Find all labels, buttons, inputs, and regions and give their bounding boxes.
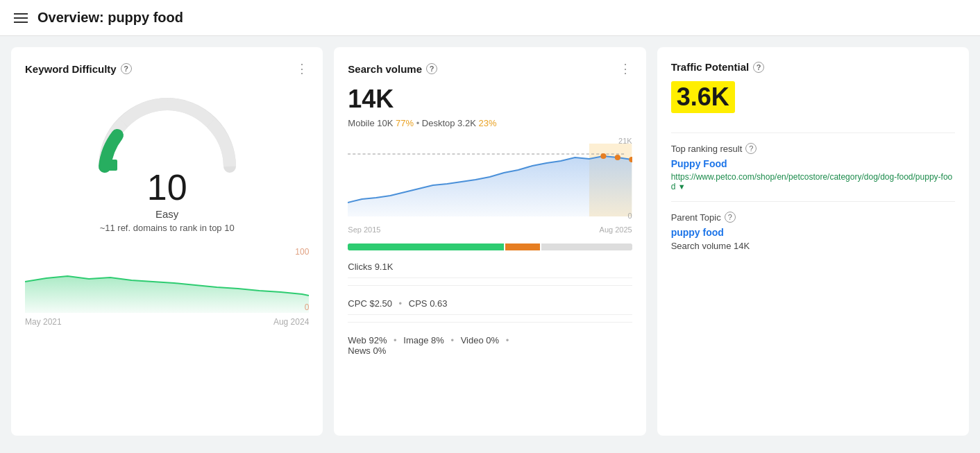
tp-card-header: Traffic Potential ? [671,61,955,73]
tp-title: Traffic Potential ? [671,61,765,73]
sv-image-value: 8% [431,335,444,345]
sv-clicks-label: Clicks [348,262,372,272]
gauge-value: 10 [147,166,187,208]
tp-top-ranking-label: Top ranking result ? [671,143,955,154]
tp-ranking-title[interactable]: Puppy Food [671,158,955,169]
tp-top-ranking-help-icon[interactable]: ? [745,143,757,154]
tp-value-container: 3.6K [671,81,735,113]
page-header: Overview: puppy food [0,0,980,36]
kd-chart-end-label: Aug 2024 [273,317,309,327]
sv-web-value: 92% [369,335,387,345]
sv-news-value: 0% [373,345,386,356]
sv-cps-value: 0.63 [430,298,447,309]
sv-clicks-value: 9.1K [375,262,394,272]
kd-chart-max: 100 [295,247,309,257]
keyword-difficulty-card: Keyword Difficulty ? ⋮ 10 Easy [11,47,323,436]
traffic-potential-card: Traffic Potential ? 3.6K Top ranking res… [657,47,969,436]
clicks-bar-green [348,243,504,250]
kd-chart-start-label: May 2021 [25,317,62,327]
search-volume-card: Search volume ? ⋮ 14K Mobile 10K 77% • D… [334,47,645,436]
sv-web-label: Web [348,335,366,345]
sv-chart-max: 21K [618,137,632,145]
sv-chart-labels: Sep 2015 Aug 2025 [348,225,632,234]
kd-mini-chart-svg [25,247,309,313]
kd-chart-min: 0 [305,302,310,312]
sv-chart-area: 21K 0 [348,137,632,220]
gauge-container: 10 Easy ~11 ref. domains to rank in top … [25,90,309,233]
sv-title: Search volume ? [348,63,437,75]
clicks-bar-orange [505,243,539,250]
svg-point-6 [615,155,620,160]
sv-cpc-value: $2.50 [369,298,392,309]
sv-chart-end-label: Aug 2025 [600,225,632,234]
tp-parent-help-icon[interactable]: ? [725,212,736,223]
kd-chart: 100 0 May 2021 Aug 2024 [25,247,309,323]
kd-title: Keyword Difficulty ? [25,63,132,75]
kd-chart-labels: May 2021 Aug 2024 [25,317,309,327]
clicks-bar-gray [541,243,632,250]
gauge-label: Easy [155,208,178,220]
kd-card-header: Keyword Difficulty ? ⋮ [25,61,309,76]
sv-distribution-row: Web 92% • Image 8% • Video 0% • News 0% [348,330,632,361]
sv-cpc-row: CPC $2.50 • CPS 0.63 [348,293,632,315]
svg-marker-4 [348,156,632,216]
sv-image-label: Image [403,335,428,345]
svg-marker-1 [25,276,309,313]
sv-main-chart-svg [348,137,632,216]
sv-divider-2 [348,322,632,323]
gauge-svg [91,90,244,173]
svg-point-5 [601,153,607,159]
tp-parent-topic-label: Parent Topic ? [671,212,955,223]
sv-cps-label: CPS [409,298,428,309]
sv-main-value: 14K [348,85,632,114]
gauge-sublabel: ~11 ref. domains to rank in top 10 [100,223,235,233]
sv-news-label: News [348,345,371,356]
sv-breakdown: Mobile 10K 77% • Desktop 3.2K 23% [348,118,632,128]
tp-parent-sv: Search volume 14K [671,241,955,251]
cards-container: Keyword Difficulty ? ⋮ 10 Easy [0,36,980,447]
sv-video-value: 0% [486,335,499,345]
tp-ranking-url: https://www.petco.com/shop/en/petcostore… [671,172,955,191]
hamburger-menu[interactable] [14,13,28,23]
clicks-bar [348,243,632,250]
sv-chart-min: 0 [628,212,632,220]
svg-rect-0 [102,160,117,171]
tp-parent-topic-name[interactable]: puppy food [671,227,955,238]
tp-value: 3.6K [677,83,729,111]
sv-menu-dots[interactable]: ⋮ [619,61,632,76]
sv-clicks-row: Clicks 9.1K [348,256,632,278]
tp-help-icon[interactable]: ? [753,62,764,73]
sv-cpc-label: CPC [348,298,366,309]
page-title: Overview: puppy food [37,10,183,26]
tp-divider-2 [671,201,955,202]
sv-divider-1 [348,285,632,286]
sv-help-icon[interactable]: ? [426,63,437,74]
tp-divider-1 [671,133,955,133]
sv-chart-start-label: Sep 2015 [348,225,380,234]
kd-help-icon[interactable]: ? [121,63,132,74]
sv-video-label: Video [461,335,484,345]
kd-menu-dots[interactable]: ⋮ [296,61,309,76]
tp-url-dropdown-icon[interactable]: ▼ [678,182,686,191]
sv-card-header: Search volume ? ⋮ [348,61,632,76]
